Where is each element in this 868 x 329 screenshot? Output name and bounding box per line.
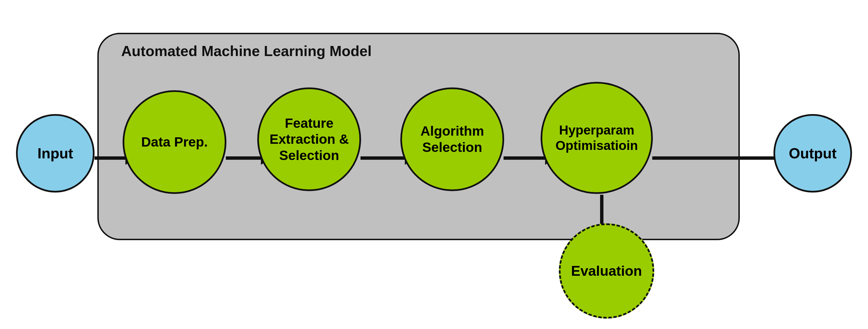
node-input: Input (16, 114, 95, 193)
node-feature-extraction: Feature Extraction & Selection (257, 88, 361, 191)
diagram-container: Automated Machine Learning Model Input D… (13, 16, 855, 313)
node-output: Output (773, 114, 852, 193)
automl-label: Automated Machine Learning Model (121, 42, 372, 59)
node-evaluation: Evaluation (559, 223, 654, 319)
arrow-hyperparam-to-output (652, 151, 788, 165)
node-algorithm-selection: Algorithm Selection (400, 88, 504, 191)
node-dataprep: Data Prep. (123, 90, 226, 194)
node-hyperparam-optimisation: Hyperparam Optimisatioin (540, 82, 653, 194)
